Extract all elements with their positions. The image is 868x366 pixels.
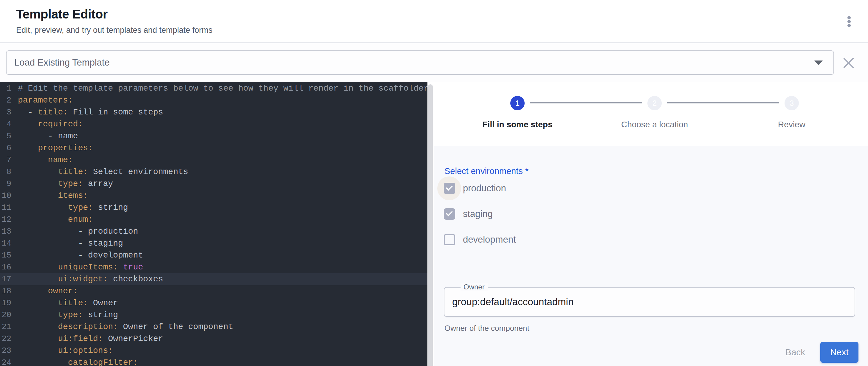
line-number: 20 — [0, 309, 11, 321]
code-line[interactable]: 12 enum: — [0, 214, 428, 225]
environment-option-production[interactable]: production — [434, 177, 643, 200]
line-number: 2 — [0, 94, 11, 106]
code-line[interactable]: 24 catalogFilter: — [0, 357, 428, 366]
line-number: 16 — [0, 262, 11, 273]
step-1-circle: 1 — [510, 96, 525, 110]
line-number: 22 — [0, 333, 11, 345]
code-line[interactable]: 6 properties: — [0, 142, 428, 154]
code-line[interactable]: 18 owner: — [0, 285, 428, 297]
close-icon — [842, 56, 856, 70]
line-number: 14 — [0, 238, 11, 249]
code-text: description: Owner of the component — [18, 321, 234, 333]
code-text: type: string — [18, 202, 128, 214]
code-text: # Edit the template parameters below to … — [18, 83, 428, 94]
environment-option-label: staging — [463, 202, 493, 226]
code-text: catalogFilter: — [18, 357, 138, 366]
checkbox-unchecked[interactable] — [444, 234, 455, 245]
page-header: Template Editor Edit, preview, and try o… — [0, 0, 868, 43]
yaml-code-editor[interactable]: 1# Edit the template parameters below to… — [0, 82, 428, 366]
code-line[interactable]: 16 uniqueItems: true — [0, 262, 428, 273]
line-number: 15 — [0, 249, 11, 262]
owner-field-value: group:default/accountadmin — [452, 287, 574, 316]
line-number: 1 — [0, 83, 11, 94]
code-line[interactable]: 7 name: — [0, 154, 428, 166]
code-text: title: Owner — [18, 297, 118, 309]
line-number: 23 — [0, 345, 11, 357]
code-line[interactable]: 13 - production — [0, 225, 428, 238]
code-line[interactable]: 5 - name — [0, 130, 428, 142]
code-text: - staging — [18, 238, 123, 249]
line-number: 7 — [0, 154, 11, 166]
code-text: properties: — [18, 142, 93, 154]
line-number: 3 — [0, 106, 11, 118]
more-options-button[interactable] — [841, 12, 857, 31]
owner-input[interactable]: Owner group:default/accountadmin — [444, 287, 855, 317]
line-number: 18 — [0, 285, 11, 297]
line-number: 9 — [0, 178, 11, 190]
close-template-button[interactable] — [842, 56, 856, 70]
environment-option-staging[interactable]: staging — [434, 202, 643, 226]
environment-option-label: production — [463, 177, 506, 200]
required-asterisk: * — [525, 166, 528, 176]
code-line[interactable]: 2parameters: — [0, 94, 428, 106]
code-line[interactable]: 4 required: — [0, 118, 428, 130]
code-text: name: — [18, 154, 73, 166]
code-line[interactable]: 22 ui:field: OwnerPicker — [0, 333, 428, 345]
environment-option-label: development — [463, 228, 516, 251]
page-title: Template Editor — [16, 7, 107, 22]
line-number: 11 — [0, 202, 11, 214]
chevron-down-icon — [814, 61, 823, 65]
step-2-circle: 2 — [647, 96, 662, 110]
step-3-label: Review — [732, 120, 851, 129]
code-line[interactable]: 17 ui:widget: checkboxes — [0, 273, 428, 285]
code-text: type: array — [18, 178, 113, 190]
checkbox-checked[interactable] — [444, 183, 455, 194]
environment-option-development[interactable]: development — [434, 228, 643, 251]
code-line[interactable]: 9 type: array — [0, 178, 428, 190]
code-line[interactable]: 23 ui:options: — [0, 345, 428, 357]
environments-label-text: Select environments — [444, 166, 523, 176]
line-number: 4 — [0, 118, 11, 130]
code-line[interactable]: 20 type: string — [0, 309, 428, 321]
step-2-label: Choose a location — [595, 120, 714, 129]
code-line[interactable]: 3 - title: Fill in some steps — [0, 106, 428, 118]
load-existing-template-select[interactable]: Load Existing Template — [6, 50, 834, 75]
line-number: 5 — [0, 130, 11, 142]
template-select-value: Load Existing Template — [14, 51, 110, 74]
more-vert-icon — [847, 16, 851, 19]
step-3-circle: 3 — [784, 96, 799, 110]
check-icon — [446, 184, 453, 190]
line-number: 17 — [0, 273, 11, 285]
line-number: 8 — [0, 166, 11, 178]
owner-helper-text: Owner of the component — [444, 324, 529, 333]
environments-group-label: Select environments * — [444, 166, 528, 176]
code-line[interactable]: 1# Edit the template parameters below to… — [0, 83, 428, 94]
line-number: 21 — [0, 321, 11, 333]
code-line[interactable]: 10 items: — [0, 190, 428, 202]
code-line[interactable]: 21 description: Owner of the component — [0, 321, 428, 333]
pane-resize-handle[interactable] — [428, 84, 433, 366]
template-form-panel: Select environments * productionstagingd… — [434, 146, 868, 366]
line-number: 10 — [0, 190, 11, 202]
code-line[interactable]: 8 title: Select environments — [0, 166, 428, 178]
code-text: ui:options: — [18, 345, 113, 357]
code-text: - production — [18, 225, 138, 238]
step-1-label: Fill in some steps — [458, 120, 577, 129]
code-text: items: — [18, 190, 88, 202]
code-line[interactable]: 19 title: Owner — [0, 297, 428, 309]
code-text: required: — [18, 118, 83, 130]
line-number: 24 — [0, 357, 11, 366]
code-line[interactable]: 14 - staging — [0, 238, 428, 249]
code-text: owner: — [18, 285, 78, 297]
check-icon — [446, 209, 453, 216]
next-button[interactable]: Next — [820, 342, 859, 363]
code-line[interactable]: 11 type: string — [0, 202, 428, 214]
template-editor-page: Template Editor Edit, preview, and try o… — [0, 0, 868, 366]
line-number: 12 — [0, 214, 11, 225]
code-text: type: string — [18, 309, 118, 321]
code-text: - development — [18, 249, 143, 262]
more-vert-icon — [847, 24, 851, 27]
checkbox-checked[interactable] — [444, 208, 455, 220]
code-line[interactable]: 15 - development — [0, 249, 428, 262]
back-button[interactable]: Back — [777, 342, 813, 363]
